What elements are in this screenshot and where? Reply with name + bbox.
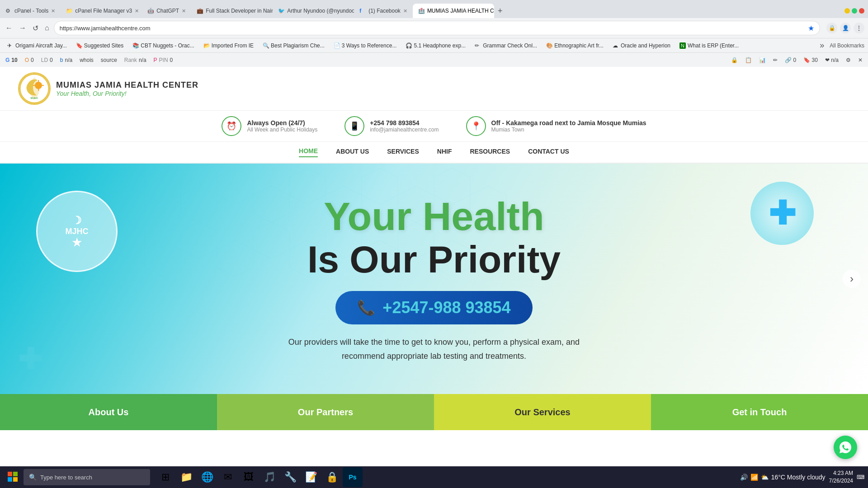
tab-close-icon[interactable]: ✕: [135, 8, 139, 14]
hero-phone-button[interactable]: 📞 +2547-988 93854: [335, 291, 532, 324]
taskbar-mail[interactable]: ✉: [218, 467, 238, 487]
close-button[interactable]: [859, 8, 864, 14]
hero-logo-circle: ☽ MJHC ★: [36, 191, 118, 272]
taskbar-app-icons: ⊞ 📁 🌐 ✉ 🖼 🎵 🔧 📝 🔒 Ps: [156, 467, 363, 487]
settings-icon[interactable]: ⋮: [854, 23, 864, 33]
tab-close-icon[interactable]: ✕: [51, 8, 55, 14]
bookmarks-bar: ✈ Origami Aircraft Jay... 🔖 Suggested Si…: [0, 38, 868, 52]
taskbar-photoshop[interactable]: Ps: [343, 467, 363, 487]
nav-nhif[interactable]: NHIF: [437, 148, 452, 157]
seo-g: G 10: [5, 57, 18, 63]
url-box[interactable]: https://www.jamiahealthcentre.com ★: [54, 21, 820, 35]
bookmark-cbt[interactable]: 📚 CBT Nuggets - Orac...: [129, 42, 198, 50]
svg-text:MJHC: MJHC: [30, 97, 38, 99]
home-button[interactable]: ⌂: [43, 22, 51, 34]
bookmark-ethnographic[interactable]: 🎨 Ethnographic Art fr...: [542, 42, 607, 50]
nav-services[interactable]: SERVICES: [387, 148, 419, 157]
nav-about[interactable]: ABOUT US: [336, 148, 369, 157]
hero-cross-circle: ✚: [750, 182, 814, 245]
browser-chrome: ⚙ cPanel - Tools ✕ 📁 cPanel File Manager…: [0, 0, 868, 67]
taskbar-clock: 4:23 AM 7/26/2024: [829, 469, 853, 485]
user-icon[interactable]: 👤: [840, 23, 851, 33]
taskbar-notepad[interactable]: 📝: [301, 467, 321, 487]
taskbar-right: 🔊 📶 ⛅ 16°C Mostly cloudy 4:23 AM 7/26/20…: [740, 469, 864, 485]
hero-description: Our providers will take the time to get …: [276, 335, 592, 363]
location-icon: 📍: [466, 116, 486, 136]
bookmark-suggested[interactable]: 🔖 Suggested Sites: [72, 42, 127, 50]
tab-close-icon[interactable]: ✕: [182, 8, 186, 14]
window-controls: [844, 8, 868, 14]
taskbar-settings[interactable]: 🔧: [280, 467, 300, 487]
bookmark-oracle[interactable]: ☁ Oracle and Hyperion: [609, 42, 674, 50]
taskbar-photos[interactable]: 🖼: [239, 467, 259, 487]
taskbar-security[interactable]: 🔒: [322, 467, 342, 487]
extension-icon[interactable]: 🔒: [826, 23, 837, 33]
taskbar-taskview[interactable]: ⊞: [156, 467, 175, 487]
reload-button[interactable]: ↺: [31, 22, 40, 34]
phone-icon: 📞: [357, 299, 375, 316]
nav-resources[interactable]: RESOURCES: [470, 148, 510, 157]
footer-tab-about[interactable]: About Us: [0, 394, 217, 430]
seo-pin: P PIN 0: [154, 57, 173, 63]
site-nav: HOME ABOUT US SERVICES NHIF RESOURCES CO…: [0, 142, 868, 164]
svg-marker-23: [217, 240, 253, 277]
svg-rect-30: [8, 472, 12, 476]
start-button[interactable]: [4, 469, 22, 485]
taskbar-search-box[interactable]: 🔍 Type here to search: [24, 469, 150, 485]
hero-cross-bottom-left: ✚: [18, 343, 42, 376]
seo-source[interactable]: source: [101, 57, 117, 63]
star-icon[interactable]: ★: [808, 24, 814, 33]
bookmark-plagiarism[interactable]: 🔍 Best Plagiarism Che...: [259, 42, 328, 50]
tab-mumias-health[interactable]: 🏥 MUMIAS JAMIA HEALTH CENT... ✕: [413, 4, 494, 18]
info-location: 📍 Off - Kakamega road next to Jamia Mosq…: [466, 116, 646, 136]
back-button[interactable]: ←: [4, 22, 14, 34]
tab-close-icon[interactable]: ✕: [403, 8, 407, 14]
nav-contact[interactable]: CONTACT US: [528, 148, 569, 157]
tab-favicon: ⚙: [5, 8, 12, 14]
bookmark-headphone[interactable]: 🎧 5.1 Headphone exp...: [402, 42, 469, 50]
svg-marker-10: [181, 186, 217, 222]
footer-tab-contact[interactable]: Get in Touch: [651, 394, 868, 430]
logo-image: MJHC: [18, 72, 51, 105]
tab-chatgpt[interactable]: 🤖 ChatGPT ✕: [142, 4, 191, 18]
svg-rect-33: [13, 477, 18, 482]
whatsapp-float-button[interactable]: [834, 436, 857, 459]
bookmark-imported[interactable]: 📂 Imported From IE: [200, 42, 257, 50]
footer-tab-services[interactable]: Our Services: [434, 394, 651, 430]
nav-home[interactable]: HOME: [299, 147, 318, 157]
tab-cpanel-tools[interactable]: ⚙ cPanel - Tools ✕: [0, 4, 61, 18]
site-header: MJHC MUMIAS JAMIA HEALTH CENTER Your Hea…: [0, 67, 868, 111]
seo-b: b n/a: [60, 57, 72, 63]
svg-marker-22: [181, 222, 217, 258]
seo-whois[interactable]: whois: [80, 57, 94, 63]
bookmark-3ways[interactable]: 📄 3 Ways to Reference...: [330, 42, 401, 50]
taskbar-media[interactable]: 🎵: [259, 467, 279, 487]
taskbar-search-icon: 🔍: [29, 474, 37, 481]
new-tab-button[interactable]: +: [494, 6, 506, 16]
tab-twitter[interactable]: 🐦 Arthur Nyundoo (@nyundoo... ✕: [273, 4, 354, 18]
tab-fullstack[interactable]: 💼 Full Stack Developer in Nairobi ✕: [191, 4, 273, 18]
bookmark-grammar[interactable]: ✏ Grammar Check Onl...: [471, 42, 541, 50]
taskbar-edge[interactable]: 🌐: [197, 467, 217, 487]
bookmarks-more-button[interactable]: »: [820, 41, 824, 50]
hero-title-black: Is Our Priority: [276, 239, 592, 280]
info-phone: 📱 +254 798 893854 info@jamiahealthcentre…: [344, 116, 439, 136]
footer-tab-partners[interactable]: Our Partners: [217, 394, 434, 430]
all-bookmarks-button[interactable]: All Bookmarks: [830, 42, 864, 49]
site-logo: MJHC MUMIAS JAMIA HEALTH CENTER Your Hea…: [18, 72, 198, 105]
taskbar-fileexplorer[interactable]: 📁: [176, 467, 196, 487]
tab-cpanel-filemanager[interactable]: 📁 cPanel File Manager v3 ✕: [61, 4, 142, 18]
svg-marker-11: [217, 168, 253, 204]
tab-bar: ⚙ cPanel - Tools ✕ 📁 cPanel File Manager…: [0, 0, 868, 18]
forward-button[interactable]: →: [17, 22, 28, 34]
info-hours: ⏰ Always Open (24/7) All Week and Public…: [222, 116, 317, 136]
bookmark-erp[interactable]: N What is ERP (Enter...: [676, 42, 742, 50]
hero-next-arrow[interactable]: ›: [843, 270, 861, 288]
bookmark-origami[interactable]: ✈ Origami Aircraft Jay...: [4, 42, 71, 50]
maximize-button[interactable]: [852, 8, 857, 14]
tab-facebook[interactable]: f (1) Facebook ✕: [354, 4, 413, 18]
minimize-button[interactable]: [844, 8, 850, 14]
taskbar-search-text: Type here to search: [40, 474, 92, 481]
svg-rect-31: [13, 472, 18, 476]
url-text: https://www.jamiahealthcentre.com: [60, 25, 808, 32]
